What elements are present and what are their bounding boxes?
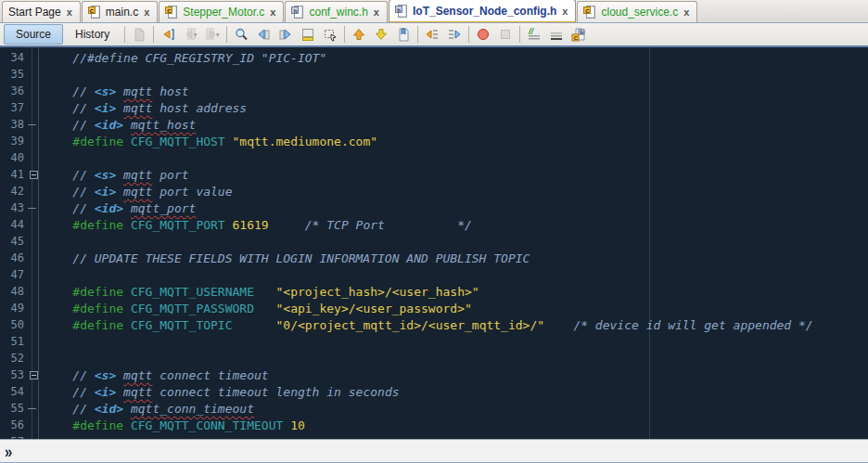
code-text: // UPDATE THESE FIELDS WITH LOGIN INFORM… [44, 251, 530, 265]
tab-stepper-motor-c[interactable]: CStepper_Motor.cx [159, 1, 284, 22]
code-text: // <i> mqtt host address [44, 101, 247, 115]
code-line-43[interactable]: 43 // <id> mqtt_port [0, 199, 868, 216]
fold-column [28, 333, 44, 350]
toggle-header-source-icon[interactable]: hC [568, 24, 590, 45]
dropdown-caret-icon[interactable]: ▾ [194, 31, 198, 39]
close-icon[interactable]: x [373, 7, 380, 18]
code-line-39[interactable]: 39 #define CFG_MQTT_HOST "mqtt.mediumone… [0, 133, 868, 149]
line-number: 47 [0, 268, 28, 281]
fold-column [28, 49, 44, 66]
line-number: 57 [0, 435, 28, 439]
code-text: #define CFG_MQTT_CONN_TIMEOUT 10 [44, 418, 305, 432]
close-icon[interactable]: x [269, 7, 276, 18]
code-line-42[interactable]: 42 // <i> mqtt port value [0, 183, 868, 199]
code-line-37[interactable]: 37 // <i> mqtt host address [0, 99, 868, 116]
code-line-47[interactable]: 47 [0, 266, 868, 283]
toolbar-separator [468, 26, 469, 43]
previous-bookmark-icon[interactable] [348, 24, 370, 45]
code-line-34[interactable]: 34 //#define CFG_REGISTRY_ID "PIC-IOT" [0, 49, 868, 66]
code-line-46[interactable]: 46 // UPDATE THESE FIELDS WITH LOGIN INF… [0, 250, 868, 266]
code-line-38[interactable]: 38 // <id> mqtt_host [0, 116, 868, 133]
fold-column [28, 417, 44, 433]
fold-column [28, 233, 44, 250]
fold-end-mark [28, 199, 44, 216]
code-line-36[interactable]: 36 // <s> mqtt host [0, 83, 868, 99]
next-bookmark-icon[interactable] [370, 24, 392, 45]
line-number: 50 [0, 318, 28, 331]
stop-macro-recording-icon [494, 24, 517, 45]
close-icon[interactable]: x [66, 7, 73, 18]
tab-label: main.c [106, 6, 138, 19]
tab-start-page[interactable]: Start Pagex [2, 1, 81, 22]
toggle-rectangular-selection-icon[interactable] [319, 24, 341, 45]
line-number: 38 [0, 118, 28, 131]
fold-collapse-icon[interactable] [28, 367, 44, 383]
code-line-55[interactable]: 55 // <id> mqtt_conn_timeout [0, 400, 868, 417]
close-icon[interactable]: x [561, 6, 568, 17]
svg-text:C: C [574, 35, 579, 41]
code-line-54[interactable]: 54 // <i> mqtt connect timeout length in… [0, 383, 868, 400]
close-icon[interactable]: x [683, 7, 690, 18]
code-line-51[interactable]: 51 [0, 333, 868, 350]
start-macro-recording-icon[interactable] [472, 24, 494, 45]
code-line-40[interactable]: 40 [0, 149, 868, 166]
line-number: 46 [0, 251, 28, 264]
find-next-icon[interactable] [274, 24, 297, 45]
code-line-35[interactable]: 35 [0, 66, 868, 83]
tab-cloud-service-c[interactable]: Ccloud_service.cx [577, 1, 697, 22]
jump-last-edit-icon[interactable] [157, 24, 179, 45]
line-number: 53 [0, 368, 28, 381]
code-line-52[interactable]: 52 [0, 350, 868, 367]
code-line-56[interactable]: 56 #define CFG_MQTT_CONN_TIMEOUT 10 [0, 417, 868, 433]
line-number: 37 [0, 101, 28, 114]
code-editor[interactable]: 34 //#define CFG_REGISTRY_ID "PIC-IOT"35… [0, 47, 868, 439]
tab-main-c[interactable]: Cmain.cx [82, 1, 158, 22]
uncomment-icon[interactable] [545, 24, 568, 45]
navigate-forward-icon: ▾ [201, 24, 223, 45]
fold-collapse-icon[interactable] [28, 166, 44, 183]
shift-line-right-icon[interactable] [443, 24, 466, 45]
line-number: 48 [0, 285, 28, 298]
shift-line-left-icon[interactable] [421, 24, 443, 45]
fold-column [28, 133, 44, 149]
breadcrumb-bar[interactable]: » [0, 439, 868, 463]
code-line-44[interactable]: 44 #define CFG_MQTT_PORT 61619 /* TCP Po… [0, 216, 868, 233]
line-number: 54 [0, 385, 28, 398]
code-line-45[interactable]: 45 [0, 233, 868, 250]
toggle-bookmark-icon[interactable] [392, 24, 415, 45]
toggle-highlight-search-icon[interactable] [297, 24, 319, 45]
fold-column [28, 283, 44, 300]
c-file-icon: C [88, 6, 101, 19]
toolbar-separator [417, 26, 418, 43]
code-line-48[interactable]: 48 #define CFG_MQTT_USERNAME "<project_h… [0, 283, 868, 300]
history-view-button[interactable]: History [63, 24, 121, 45]
find-previous-icon[interactable] [252, 24, 274, 45]
code-text: //#define CFG_REGISTRY_ID "PIC-IOT" [44, 51, 326, 65]
fold-end-mark [28, 116, 44, 133]
code-text: // <id> mqtt_port [44, 201, 196, 215]
code-text: // <i> mqtt port value [44, 185, 233, 199]
line-number: 41 [0, 168, 28, 181]
editor-tab-bar: Start PagexCmain.cxCStepper_Motor.cxhcon… [0, 0, 868, 23]
comment-icon[interactable]: // [523, 24, 545, 45]
code-text: #define CFG_MQTT_USERNAME "<project_hash… [44, 285, 479, 299]
tab-iot-sensor-node-config-h[interactable]: hIoT_Sensor_Node_config.hx [389, 0, 576, 22]
code-line-49[interactable]: 49 #define CFG_MQTT_PASSWORD "<api_key>/… [0, 300, 868, 316]
ide-window: Start PagexCmain.cxCStepper_Motor.cxhcon… [0, 0, 868, 463]
code-line-41[interactable]: 41 // <s> mqtt port [0, 166, 868, 183]
code-text: // <id> mqtt_host [44, 118, 196, 132]
code-text: #define CFG_MQTT_PORT 61619 /* TCP Port … [44, 218, 472, 232]
source-view-button[interactable]: Source [4, 24, 63, 45]
find-selection-icon[interactable] [230, 24, 252, 45]
dropdown-caret-icon[interactable]: ▾ [216, 31, 220, 39]
code-line-50[interactable]: 50 #define CFG_MQTT_TOPIC "0/<project_mq… [0, 316, 868, 333]
line-number: 43 [0, 201, 28, 214]
code-text: #define CFG_MQTT_TOPIC "0/<project_mqtt_… [44, 318, 813, 332]
close-icon[interactable]: x [143, 7, 150, 18]
code-line-53[interactable]: 53 // <s> mqtt connect timeout [0, 367, 868, 383]
svg-text://: // [528, 27, 535, 36]
tab-conf-winc-h[interactable]: hconf_winc.hx [285, 1, 388, 22]
code-line-57[interactable]: 57 [0, 433, 868, 439]
code-text: // <id> mqtt_conn_timeout [44, 402, 254, 416]
fold-column [28, 99, 44, 116]
